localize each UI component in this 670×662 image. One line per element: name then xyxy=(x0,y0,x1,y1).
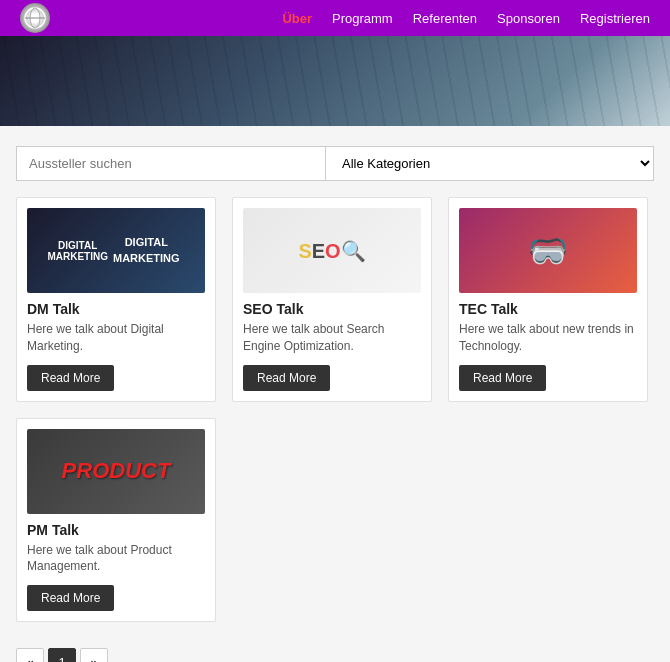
card-image-pm: PRODUCT xyxy=(27,429,205,514)
card-image-seo: SEO🔍 xyxy=(243,208,421,293)
search-area: Alle KategorienDigital MarketingSEOTechn… xyxy=(16,146,654,181)
nav-link-sponsoren[interactable]: Sponsoren xyxy=(497,11,560,26)
category-select[interactable]: Alle KategorienDigital MarketingSEOTechn… xyxy=(326,146,654,181)
card-title-pm: PM Talk xyxy=(27,522,205,538)
logo-icon xyxy=(24,7,46,29)
card-title-dm: DM Talk xyxy=(27,301,205,317)
cards-grid: DIGITALMARKETING DM Talk Here we talk ab… xyxy=(0,197,670,418)
card-desc-tec: Here we talk about new trends in Technol… xyxy=(459,321,637,355)
card-desc-seo: Here we talk about Search Engine Optimiz… xyxy=(243,321,421,355)
nav-item-programm[interactable]: Programm xyxy=(332,10,393,26)
card-title-tec: TEC Talk xyxy=(459,301,637,317)
nav-item-registrieren[interactable]: Registrieren xyxy=(580,10,650,26)
read-more-tec[interactable]: Read More xyxy=(459,365,546,391)
read-more-pm[interactable]: Read More xyxy=(27,585,114,611)
card-tec-talk: 🥽 TEC Talk Here we talk about new trends… xyxy=(448,197,648,402)
navbar: Über Programm Referenten Sponsoren Regis… xyxy=(0,0,670,36)
pagination-next[interactable]: » xyxy=(80,648,108,662)
search-input[interactable] xyxy=(16,146,326,181)
nav-link-programm[interactable]: Programm xyxy=(332,11,393,26)
nav-link-registrieren[interactable]: Registrieren xyxy=(580,11,650,26)
card-image-dm: DIGITALMARKETING xyxy=(27,208,205,293)
read-more-dm[interactable]: Read More xyxy=(27,365,114,391)
nav-item-referenten[interactable]: Referenten xyxy=(413,10,477,26)
card-desc-dm: Here we talk about Digital Marketing. xyxy=(27,321,205,355)
card-seo-talk: SEO🔍 SEO Talk Here we talk about Search … xyxy=(232,197,432,402)
logo[interactable] xyxy=(20,3,50,33)
pagination-prev[interactable]: « xyxy=(16,648,44,662)
nav-item-uber[interactable]: Über xyxy=(282,10,312,26)
nav-item-sponsoren[interactable]: Sponsoren xyxy=(497,10,560,26)
card-pm-talk: PRODUCT PM Talk Here we talk about Produ… xyxy=(16,418,216,623)
hero-banner xyxy=(0,36,670,126)
card-title-seo: SEO Talk xyxy=(243,301,421,317)
card-desc-pm: Here we talk about Product Management. xyxy=(27,542,205,576)
nav-link-referenten[interactable]: Referenten xyxy=(413,11,477,26)
card-image-tec: 🥽 xyxy=(459,208,637,293)
pagination-page-1[interactable]: 1 xyxy=(48,648,76,662)
card-dm-talk: DIGITALMARKETING DM Talk Here we talk ab… xyxy=(16,197,216,402)
pagination: « 1 » xyxy=(0,638,670,662)
cards-grid-row2: PRODUCT PM Talk Here we talk about Produ… xyxy=(0,418,670,639)
nav-links: Über Programm Referenten Sponsoren Regis… xyxy=(282,10,650,26)
read-more-seo[interactable]: Read More xyxy=(243,365,330,391)
nav-link-uber[interactable]: Über xyxy=(282,11,312,26)
hero-overlay xyxy=(0,36,670,126)
